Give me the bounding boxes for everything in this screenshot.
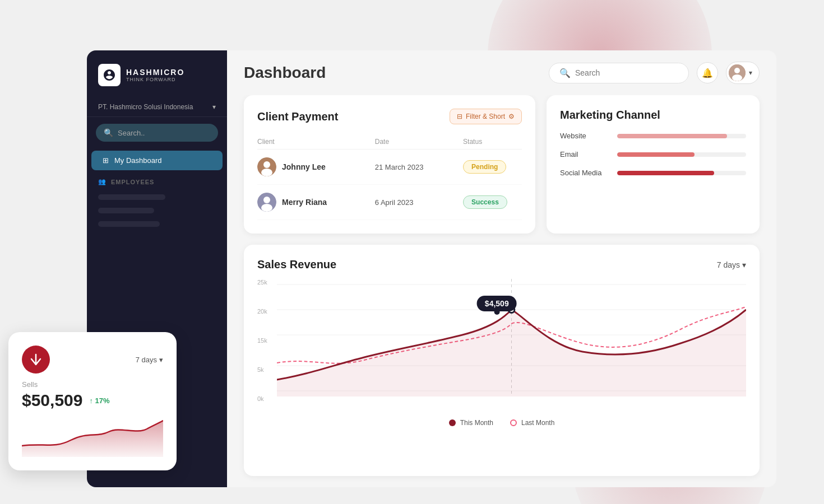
floating-card-header: 7 days ▾ bbox=[22, 346, 163, 374]
marketing-row-email: Email bbox=[560, 150, 746, 158]
marketing-row-website: Website bbox=[560, 132, 746, 140]
filter-settings-icon: ⚙ bbox=[508, 113, 515, 120]
y-label-15k: 15k bbox=[257, 337, 274, 344]
status-merry: Success bbox=[463, 195, 522, 209]
marketing-channel-header: Marketing Channel bbox=[560, 109, 746, 122]
floating-trend: ↑ 17% bbox=[89, 396, 109, 405]
status-badge-pending: Pending bbox=[463, 160, 506, 174]
marketing-label-social-media: Social Media bbox=[560, 169, 610, 177]
avatar-button[interactable]: ▾ bbox=[726, 62, 760, 84]
sales-revenue-header: Sales Revenue 7 days ▾ bbox=[257, 258, 746, 271]
status-johnny: Pending bbox=[463, 160, 522, 174]
marketing-channel-card: Marketing Channel Website Email Social M… bbox=[547, 95, 760, 234]
filter-icon: ⊟ bbox=[457, 113, 462, 120]
marketing-bar-container-email bbox=[617, 152, 746, 157]
filter-label: Filter & Short bbox=[466, 113, 505, 120]
logo-subtitle: THINK FORWARD bbox=[126, 77, 184, 82]
sales-revenue-card: Sales Revenue 7 days ▾ 25k 20k 15k 5k 0k bbox=[244, 245, 760, 476]
svg-point-4 bbox=[263, 161, 270, 168]
employees-icon: 👥 bbox=[98, 178, 107, 185]
logo-title: HASHMICRO bbox=[126, 68, 184, 77]
logo-icon bbox=[98, 64, 121, 86]
client-cell-merry: Merry Riana bbox=[257, 193, 375, 212]
sidebar-search-container: 🔍 bbox=[96, 124, 218, 142]
legend-label-last-month: Last Month bbox=[521, 419, 554, 427]
sidebar-search-icon: 🔍 bbox=[104, 128, 113, 137]
sidebar-logo: HASHMICRO THINK FORWARD bbox=[87, 64, 227, 97]
svg-point-7 bbox=[263, 197, 270, 203]
notification-bell-button[interactable]: 🔔 bbox=[697, 62, 718, 83]
header-right: 🔍 🔔 ▾ bbox=[549, 62, 760, 84]
page-title: Dashboard bbox=[244, 64, 326, 82]
mini-chart-svg bbox=[22, 418, 163, 457]
svg-point-5 bbox=[261, 169, 272, 176]
col-date: Date bbox=[375, 138, 463, 146]
sidebar-section-employees: 👥 EMPLOYEES bbox=[87, 170, 227, 189]
legend-label-this-month: This Month bbox=[460, 419, 493, 427]
sidebar-placeholder-items bbox=[87, 189, 227, 232]
y-label-20k: 20k bbox=[257, 308, 274, 315]
marketing-label-email: Email bbox=[560, 150, 610, 158]
legend-last-month: Last Month bbox=[510, 419, 554, 427]
floating-chevron: ▾ bbox=[159, 356, 163, 364]
client-name-johnny: Johnny Lee bbox=[282, 162, 326, 171]
y-label-25k: 25k bbox=[257, 279, 274, 286]
chart-tooltip: $4,509 bbox=[477, 296, 517, 311]
legend-dot-this-month bbox=[449, 419, 456, 426]
company-chevron: ▾ bbox=[212, 103, 216, 111]
marketing-bar-container-social bbox=[617, 171, 746, 175]
client-payment-header: Client Payment ⊟ Filter & Short ⚙ bbox=[257, 109, 522, 124]
floating-days-selector[interactable]: 7 days ▾ bbox=[136, 356, 163, 364]
client-payment-card: Client Payment ⊟ Filter & Short ⚙ Client… bbox=[244, 95, 535, 234]
sidebar-item-my-dashboard[interactable]: ⊞ My Dashboard bbox=[91, 151, 223, 170]
floating-sells-icon bbox=[22, 346, 50, 374]
days-selector[interactable]: 7 days ▾ bbox=[717, 260, 746, 269]
marketing-channel-title: Marketing Channel bbox=[560, 109, 660, 122]
main-container: HASHMICRO THINK FORWARD PT. Hashmicro So… bbox=[87, 50, 776, 487]
days-period: 7 days bbox=[717, 260, 740, 269]
avatar-chevron: ▾ bbox=[749, 69, 752, 77]
client-payment-title: Client Payment bbox=[257, 110, 338, 123]
y-label-5k: 5k bbox=[257, 366, 274, 373]
legend-dot-last-month bbox=[510, 419, 517, 426]
bell-icon: 🔔 bbox=[702, 68, 713, 78]
sidebar-placeholder-bar-2 bbox=[98, 208, 154, 213]
status-badge-success: Success bbox=[463, 195, 507, 209]
tooltip-value: $4,509 bbox=[485, 299, 509, 308]
days-chevron: ▾ bbox=[742, 260, 746, 269]
filter-short-button[interactable]: ⊟ Filter & Short ⚙ bbox=[450, 109, 522, 124]
table-row: Merry Riana 6 April 2023 Success bbox=[257, 185, 522, 220]
company-name: PT. Hashmicro Solusi Indonesia bbox=[98, 103, 193, 111]
header-search-input[interactable] bbox=[575, 68, 678, 77]
avatar-johnny-lee bbox=[257, 157, 276, 176]
marketing-label-website: Website bbox=[560, 132, 610, 140]
employees-label: EMPLOYEES bbox=[111, 179, 154, 185]
floating-mini-chart bbox=[22, 418, 163, 457]
client-payment-table-header: Client Date Status bbox=[257, 134, 522, 150]
dashboard-body: Client Payment ⊟ Filter & Short ⚙ Client… bbox=[227, 95, 776, 487]
sales-revenue-chart: 25k 20k 15k 5k 0k bbox=[257, 279, 746, 413]
sales-revenue-title: Sales Revenue bbox=[257, 258, 336, 271]
sidebar-placeholder-bar-3 bbox=[98, 221, 160, 227]
sidebar-search-input[interactable] bbox=[118, 129, 210, 137]
header: Dashboard 🔍 🔔 bbox=[227, 50, 776, 95]
marketing-bar-email bbox=[617, 152, 695, 157]
col-client: Client bbox=[257, 138, 375, 146]
logo-text: HASHMICRO THINK FORWARD bbox=[126, 68, 184, 82]
chart-legend: This Month Last Month bbox=[257, 419, 746, 427]
sidebar-placeholder-bar-1 bbox=[98, 194, 165, 200]
col-status: Status bbox=[463, 138, 522, 146]
marketing-row-social-media: Social Media bbox=[560, 169, 746, 177]
company-selector[interactable]: PT. Hashmicro Solusi Indonesia ▾ bbox=[87, 97, 227, 117]
avatar-merry-riana bbox=[257, 193, 276, 212]
floating-sells-card: 7 days ▾ Sells $50,509 ↑ 17% bbox=[8, 332, 177, 470]
date-merry: 6 April 2023 bbox=[375, 198, 463, 207]
avatar bbox=[729, 64, 746, 81]
floating-label: Sells bbox=[22, 380, 163, 389]
floating-period: 7 days bbox=[136, 356, 157, 364]
marketing-bar-website bbox=[617, 134, 727, 138]
svg-point-8 bbox=[261, 204, 272, 212]
marketing-bar-container-website bbox=[617, 134, 746, 138]
header-search-icon: 🔍 bbox=[559, 68, 571, 78]
main-content: Dashboard 🔍 🔔 bbox=[227, 50, 776, 487]
